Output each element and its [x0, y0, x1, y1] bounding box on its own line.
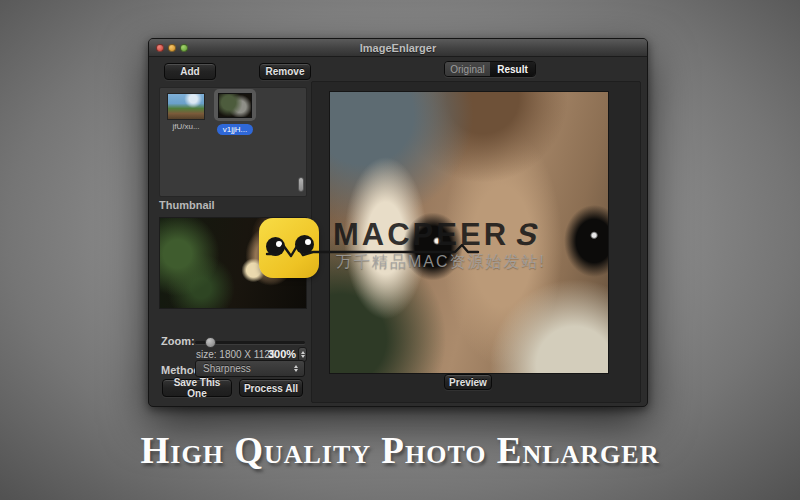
method-selected-value: Sharpness: [203, 363, 251, 374]
thumbnail-filename: jfU/xu...: [166, 122, 206, 131]
enlarged-result-image: [329, 91, 609, 374]
process-all-button[interactable]: Process All: [239, 379, 303, 397]
zoom-slider[interactable]: [195, 341, 305, 344]
scrollbar-thumb[interactable]: [298, 177, 304, 192]
title-bar[interactable]: ImageEnlarger: [149, 39, 647, 57]
zoom-percent-value: 300%: [268, 348, 296, 360]
page-title: High Quality Photo Enlarger: [0, 429, 800, 472]
thumbnail-list[interactable]: jfU/xu... v1jjH...: [159, 87, 307, 197]
app-window: ImageEnlarger Add Remove jfU/xu... v1jjH…: [148, 38, 648, 407]
list-item[interactable]: jfU/xu...: [166, 93, 206, 131]
thumbnail-section-label: Thumbnail: [159, 199, 215, 211]
stepper-up-icon[interactable]: [301, 351, 305, 354]
method-dropdown[interactable]: Sharpness: [195, 360, 305, 377]
zoom-slider-thumb[interactable]: [205, 337, 216, 348]
window-title: ImageEnlarger: [149, 42, 647, 54]
zoom-label: Zoom:: [161, 335, 195, 347]
view-toggle: Original Result: [444, 61, 536, 77]
list-item-selected[interactable]: v1jjH...: [212, 89, 258, 139]
add-button[interactable]: Add: [164, 63, 216, 80]
dropdown-arrows-icon: [291, 363, 301, 374]
selected-image-preview: [159, 217, 307, 309]
result-image-panel: [311, 81, 641, 403]
preview-button[interactable]: Preview: [444, 374, 492, 390]
stepper-down-icon[interactable]: [301, 355, 305, 358]
remove-button[interactable]: Remove: [259, 63, 311, 80]
tab-result[interactable]: Result: [490, 62, 535, 76]
scrollbar[interactable]: [297, 90, 304, 194]
thumbnail-filename: v1jjH...: [217, 124, 253, 135]
save-this-one-button[interactable]: Save This One: [162, 379, 232, 397]
tab-original[interactable]: Original: [445, 62, 490, 76]
thumbnail-image: [167, 93, 205, 120]
selection-highlight: [214, 89, 256, 121]
thumbnail-image: [218, 93, 252, 118]
output-size-text: size: 1800 X 1125: [196, 349, 275, 360]
